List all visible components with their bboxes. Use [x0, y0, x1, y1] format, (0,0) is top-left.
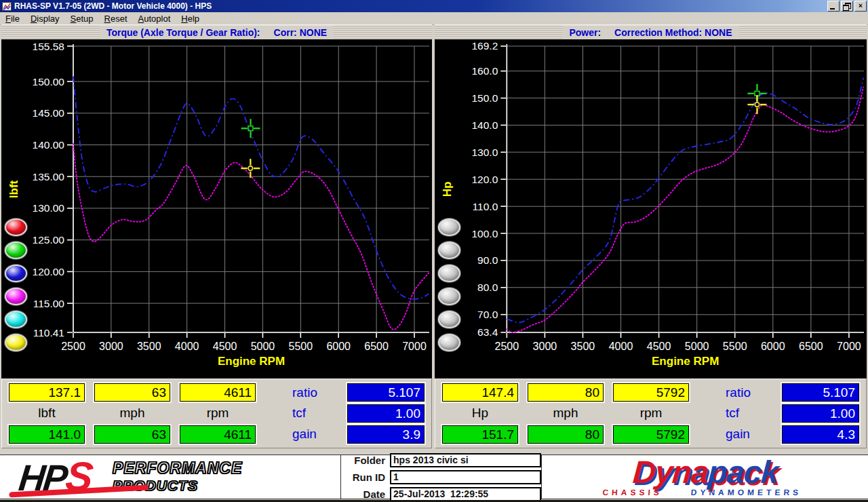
run-id-field[interactable] [390, 470, 541, 484]
tcf-value: 1.00 [347, 404, 425, 423]
svg-text:140.00: 140.00 [33, 139, 65, 151]
gain-value: 3.9 [347, 425, 425, 444]
svg-text:3000: 3000 [533, 340, 557, 352]
svg-text:130.00: 130.00 [33, 202, 65, 214]
rpm-unit-label: rpm [180, 406, 256, 421]
trace-button-gray-5[interactable] [438, 311, 460, 328]
svg-text:80.0: 80.0 [477, 282, 498, 293]
date-field[interactable] [390, 487, 541, 501]
svg-text:5000: 5000 [251, 341, 275, 352]
trace-button-magenta[interactable] [5, 288, 27, 305]
torque-plot-area[interactable]: 155.58150.00145.00140.00135.00130.00125.… [1, 39, 432, 379]
menu-display[interactable]: Display [25, 13, 65, 24]
trace-button-gray-3[interactable] [438, 265, 460, 282]
svg-text:3000: 3000 [99, 341, 123, 352]
hps-performance-text: PERFORMANCE [113, 460, 242, 477]
menu-file[interactable]: File [0, 13, 25, 24]
svg-text:70.0: 70.0 [477, 309, 498, 320]
svg-text:4000: 4000 [609, 340, 633, 352]
power-cursor-value: 147.4 [442, 383, 518, 402]
rpm-cursor-value: 4611 [180, 383, 256, 402]
svg-text:5000: 5000 [685, 340, 709, 352]
power-chart-header: Power: Correction Method: NONE [435, 24, 867, 41]
menu-reset[interactable]: Reset [99, 13, 133, 24]
close-button[interactable]: × [854, 1, 867, 12]
menu-autoplot[interactable]: Autoplot [133, 13, 176, 24]
svg-text:5500: 5500 [723, 340, 747, 352]
trace-button-yellow[interactable] [5, 334, 27, 351]
torque-trace-buttons [5, 39, 28, 379]
tcf-label: tcf [698, 406, 772, 421]
power-chart[interactable]: 169.2160.0150.0140.0130.0120.0110.0100.0… [435, 39, 867, 379]
trace-button-gray-4[interactable] [438, 288, 460, 305]
footer: HPS PERFORMANCE PRODUCTS Folder Run ID D… [0, 455, 868, 499]
svg-text:120.00: 120.00 [33, 266, 65, 277]
svg-text:90.0: 90.0 [477, 254, 498, 266]
svg-text:3500: 3500 [571, 340, 595, 352]
power-plot-area[interactable]: 169.2160.0150.0140.0130.0120.0110.0100.0… [435, 39, 867, 379]
svg-text:4500: 4500 [647, 340, 671, 352]
svg-text:169.2: 169.2 [471, 41, 498, 52]
torque-cursor-value: 137.1 [9, 383, 85, 402]
dynapack-word-dyna: Dyna [631, 454, 709, 490]
rpm-cursor-value: 5792 [613, 383, 689, 402]
app-icon [2, 2, 12, 11]
folder-label: Folder [341, 455, 385, 466]
tcf-value: 1.00 [782, 404, 859, 423]
menu-setup[interactable]: Setup [65, 13, 99, 24]
trace-button-gray-1[interactable] [438, 218, 460, 236]
svg-text:6500: 6500 [364, 341, 389, 352]
svg-text:4000: 4000 [175, 341, 199, 352]
svg-text:2500: 2500 [494, 340, 519, 352]
trace-button-gray-2[interactable] [438, 242, 460, 259]
svg-text:125.00: 125.00 [33, 234, 65, 246]
title-bar: RHAS-SP V1.7-05 (2WD - Motor Vehicle 400… [0, 0, 868, 12]
speed-cursor-value: 80 [528, 383, 604, 402]
svg-text:110.41: 110.41 [33, 327, 64, 339]
svg-text:Engine RPM: Engine RPM [652, 355, 719, 368]
svg-text:2500: 2500 [61, 341, 85, 352]
run-id-label: Run ID [341, 471, 385, 483]
svg-text:155.58: 155.58 [33, 41, 64, 52]
svg-text:7000: 7000 [402, 341, 427, 352]
svg-text:Engine RPM: Engine RPM [218, 355, 285, 368]
dynapack-chassis-text: CHASSIS [602, 488, 663, 497]
trace-button-cyan[interactable] [5, 311, 27, 328]
speed-cursor-value: 63 [94, 383, 170, 402]
tcf-label: tcf [265, 406, 338, 421]
torque-unit-label: lbft [9, 406, 85, 421]
trace-button-red[interactable] [5, 218, 27, 236]
svg-text:135.00: 135.00 [33, 171, 65, 182]
torque-correction-label: Corr: NONE [267, 26, 334, 39]
window-title: RHAS-SP V1.7-05 (2WD - Motor Vehicle 400… [14, 1, 212, 11]
svg-text:145.00: 145.00 [33, 107, 65, 119]
trace-button-blue[interactable] [5, 265, 27, 282]
power-cursor-value-2: 151.7 [442, 425, 518, 444]
svg-text:100.0: 100.0 [471, 228, 498, 239]
svg-text:6000: 6000 [326, 341, 351, 352]
close-icon: × [859, 3, 863, 9]
restore-button[interactable] [841, 1, 853, 12]
svg-text:110.0: 110.0 [473, 201, 498, 212]
menu-help[interactable]: Help [176, 13, 205, 24]
svg-text:130.0: 130.0 [471, 147, 498, 158]
torque-chart[interactable]: 155.58150.00145.00140.00135.00130.00125.… [1, 39, 432, 379]
speed-cursor-value-2: 63 [94, 425, 170, 444]
speed-unit-label: mph [528, 406, 604, 421]
folder-field[interactable] [390, 453, 541, 467]
torque-chart-title: Torque (Axle Torque / Gear Ratio): [100, 26, 267, 39]
ratio-label: ratio [265, 385, 338, 400]
power-unit-label: Hp [442, 406, 518, 421]
svg-text:63.4: 63.4 [477, 327, 498, 339]
svg-text:6000: 6000 [761, 340, 785, 352]
run-info-form: Folder Run ID Date [341, 455, 542, 499]
svg-text:160.0: 160.0 [471, 65, 498, 77]
torque-cursor-value-2: 141.0 [9, 425, 85, 444]
gain-value: 4.3 [782, 425, 859, 444]
hps-logo: HPS PERFORMANCE PRODUCTS [0, 455, 341, 499]
trace-button-gray-6[interactable] [438, 334, 460, 351]
dynapack-logo: Dynapack CHASSIS DYNAMOMETERS [542, 455, 868, 499]
minimize-button[interactable] [827, 1, 840, 12]
ratio-label: ratio [698, 385, 772, 400]
trace-button-green[interactable] [5, 242, 27, 259]
